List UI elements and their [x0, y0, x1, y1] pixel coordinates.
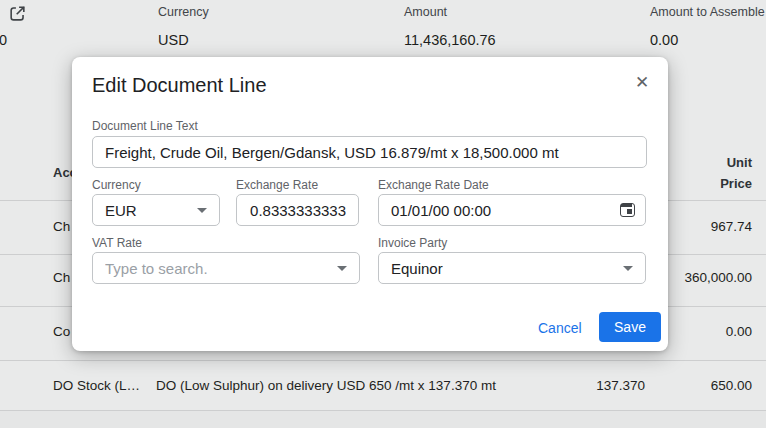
grid-row-unit-price: 967.74	[711, 219, 752, 234]
document-line-text-input[interactable]	[92, 136, 647, 168]
grid-row-unit-price: 650.00	[711, 378, 752, 393]
row-clipped-number: 00	[0, 32, 7, 48]
grid-row-quantity: 137.370	[596, 378, 645, 393]
save-button[interactable]: Save	[599, 312, 661, 342]
document-line-text-label: Document Line Text	[92, 119, 198, 133]
table-footer-band	[0, 411, 766, 428]
grid-row-unit-price: 0.00	[726, 324, 752, 339]
grid-row-account: DO Stock (L…	[53, 378, 140, 393]
grid-row-account: Ch	[53, 219, 72, 234]
vat-rate-combobox[interactable]	[92, 252, 360, 284]
invoice-party-label: Invoice Party	[378, 236, 447, 250]
grid-row-account: Co	[53, 324, 72, 339]
open-in-new-icon[interactable]	[8, 4, 27, 23]
edit-document-line-dialog: Edit Document Line ✕ Document Line Text …	[72, 57, 668, 351]
row-amount-to-assemble-value: 0.00	[650, 32, 678, 48]
dialog-title: Edit Document Line	[92, 74, 267, 97]
column-header-amount-to-assemble: Amount to Assemble	[650, 5, 765, 19]
vat-rate-label: VAT Rate	[92, 236, 142, 250]
row-amount-value: 11,436,160.76	[404, 32, 496, 48]
grid-header-account: Acc	[53, 165, 72, 180]
grid-row-line-text: DO (Low Sulphur) on delivery USD 650 /mt…	[156, 378, 496, 393]
grid-header-unit-price: Unit Price	[720, 152, 752, 194]
column-header-amount: Amount	[404, 5, 447, 19]
currency-label: Currency	[92, 178, 141, 192]
exchange-rate-date-input[interactable]	[378, 194, 646, 226]
exchange-rate-date-label: Exchange Rate Date	[378, 178, 489, 192]
cancel-button[interactable]: Cancel	[524, 313, 596, 343]
row-currency-value: USD	[158, 32, 189, 48]
grid-row-unit-price: 360,000.00	[684, 270, 752, 285]
currency-select[interactable]	[92, 194, 220, 226]
unit-price-header-line2: Price	[720, 176, 752, 191]
invoice-party-select[interactable]	[378, 252, 646, 284]
calendar-icon[interactable]	[620, 203, 636, 218]
close-icon[interactable]: ✕	[628, 69, 656, 97]
row-divider	[0, 360, 766, 361]
exchange-rate-input[interactable]	[236, 194, 359, 226]
exchange-rate-label: Exchange Rate	[236, 178, 318, 192]
unit-price-header-line1: Unit	[727, 155, 752, 170]
grid-row-account: Ch	[53, 270, 72, 285]
column-header-currency: Currency	[158, 5, 209, 19]
